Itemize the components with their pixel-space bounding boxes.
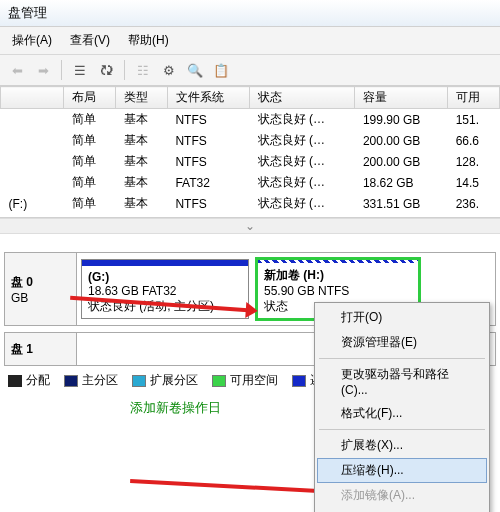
settings-icon[interactable]: ⚙ bbox=[158, 59, 180, 81]
ctx-extend[interactable]: 扩展卷(X)... bbox=[317, 433, 487, 458]
cell: 状态良好 (… bbox=[250, 151, 355, 172]
cell: 简单 bbox=[64, 130, 116, 151]
context-menu: 打开(O) 资源管理器(E) 更改驱动器号和路径(C)... 格式化(F)...… bbox=[314, 302, 490, 512]
cell: 状态良好 (… bbox=[250, 172, 355, 193]
column-header[interactable]: 类型 bbox=[116, 87, 168, 109]
cell: 200.00 GB bbox=[355, 130, 448, 151]
cell-drive bbox=[1, 130, 64, 151]
cell: NTFS bbox=[167, 151, 249, 172]
partition-h-title: 新加卷 (H:) bbox=[264, 267, 412, 284]
disk-0-header: 盘 0 GB bbox=[5, 253, 77, 325]
menu-action[interactable]: 操作(A) bbox=[4, 29, 60, 52]
partition-stripe bbox=[258, 260, 418, 263]
partition-h-line: 55.90 GB NTFS bbox=[264, 284, 412, 298]
table-row[interactable]: (F:)简单基本NTFS状态良好 (…331.51 GB236. bbox=[1, 193, 500, 214]
menu-view[interactable]: 查看(V) bbox=[62, 29, 118, 52]
table-row[interactable]: 简单基本NTFS状态良好 (…200.00 GB66.6 bbox=[1, 130, 500, 151]
cell: 236. bbox=[448, 193, 500, 214]
table-row[interactable]: 简单基本FAT32状态良好 (…18.62 GB14.5 bbox=[1, 172, 500, 193]
ctx-change-path[interactable]: 更改驱动器号和路径(C)... bbox=[317, 362, 487, 401]
table-row[interactable]: 简单基本NTFS状态良好 (…200.00 GB128. bbox=[1, 151, 500, 172]
back-icon: ⬅ bbox=[6, 59, 28, 81]
cell: 66.6 bbox=[448, 130, 500, 151]
legend-unallocated: 分配 bbox=[8, 372, 50, 389]
cell-drive bbox=[1, 109, 64, 131]
ctx-delete[interactable]: 删除卷(D)... bbox=[317, 508, 487, 512]
legend-extended: 扩展分区 bbox=[132, 372, 198, 389]
partition-g-title: (G:) bbox=[88, 270, 242, 284]
cell: 状态良好 (… bbox=[250, 193, 355, 214]
cell-drive: (F:) bbox=[1, 193, 64, 214]
toolbar: ⬅ ➡ ☰ 🗘 ☷ ⚙ 🔍 📋 bbox=[0, 55, 500, 86]
ctx-explorer[interactable]: 资源管理器(E) bbox=[317, 330, 487, 355]
cell: 状态良好 (… bbox=[250, 109, 355, 131]
cell: 基本 bbox=[116, 109, 168, 131]
cell: 18.62 GB bbox=[355, 172, 448, 193]
disk-0-size: GB bbox=[11, 291, 70, 305]
cell: NTFS bbox=[167, 130, 249, 151]
help-contents-icon: ☷ bbox=[132, 59, 154, 81]
cell: 基本 bbox=[116, 151, 168, 172]
splitter-handle[interactable]: ⌄ bbox=[0, 218, 500, 234]
cell: NTFS bbox=[167, 193, 249, 214]
cell: 基本 bbox=[116, 172, 168, 193]
column-header[interactable]: 状态 bbox=[250, 87, 355, 109]
ctx-open[interactable]: 打开(O) bbox=[317, 305, 487, 330]
cell: 128. bbox=[448, 151, 500, 172]
legend-free: 可用空间 bbox=[212, 372, 278, 389]
cell: 331.51 GB bbox=[355, 193, 448, 214]
menubar: 操作(A) 查看(V) 帮助(H) bbox=[0, 27, 500, 55]
column-header[interactable]: 文件系统 bbox=[167, 87, 249, 109]
disk-1-title: 盘 1 bbox=[11, 341, 70, 358]
cell: 简单 bbox=[64, 193, 116, 214]
columns-icon[interactable]: ☰ bbox=[69, 59, 91, 81]
separator bbox=[319, 358, 485, 359]
cell: 简单 bbox=[64, 172, 116, 193]
ctx-shrink[interactable]: 压缩卷(H)... bbox=[317, 458, 487, 483]
forward-icon: ➡ bbox=[32, 59, 54, 81]
menu-help[interactable]: 帮助(H) bbox=[120, 29, 177, 52]
disk-0-title: 盘 0 bbox=[11, 274, 70, 291]
cell-drive bbox=[1, 172, 64, 193]
table-row[interactable]: 简单基本NTFS状态良好 (…199.90 GB151. bbox=[1, 109, 500, 131]
cell-drive bbox=[1, 151, 64, 172]
column-header[interactable]: 容量 bbox=[355, 87, 448, 109]
cell: 基本 bbox=[116, 130, 168, 151]
cell: 简单 bbox=[64, 151, 116, 172]
cell: 状态良好 (… bbox=[250, 130, 355, 151]
ctx-format[interactable]: 格式化(F)... bbox=[317, 401, 487, 426]
separator bbox=[124, 60, 125, 80]
window-title: 盘管理 bbox=[0, 0, 500, 27]
volume-list[interactable]: 布局类型文件系统状态容量可用 简单基本NTFS状态良好 (…199.90 GB1… bbox=[0, 86, 500, 218]
legend-primary: 主分区 bbox=[64, 372, 118, 389]
partition-stripe bbox=[82, 260, 248, 266]
properties-icon[interactable]: 📋 bbox=[210, 59, 232, 81]
separator bbox=[319, 429, 485, 430]
separator bbox=[61, 60, 62, 80]
refresh-icon[interactable]: 🗘 bbox=[95, 59, 117, 81]
disk-1-header: 盘 1 bbox=[5, 333, 77, 365]
cell: 200.00 GB bbox=[355, 151, 448, 172]
cell: 151. bbox=[448, 109, 500, 131]
cell: 基本 bbox=[116, 193, 168, 214]
ctx-add-mirror: 添加镜像(A)... bbox=[317, 483, 487, 508]
column-header[interactable] bbox=[1, 87, 64, 109]
cell: NTFS bbox=[167, 109, 249, 131]
cell: 14.5 bbox=[448, 172, 500, 193]
column-header[interactable]: 可用 bbox=[448, 87, 500, 109]
column-header[interactable]: 布局 bbox=[64, 87, 116, 109]
cell: FAT32 bbox=[167, 172, 249, 193]
partition-g-line: 18.63 GB FAT32 bbox=[88, 284, 242, 298]
cell: 简单 bbox=[64, 109, 116, 131]
cell: 199.90 GB bbox=[355, 109, 448, 131]
search-icon[interactable]: 🔍 bbox=[184, 59, 206, 81]
